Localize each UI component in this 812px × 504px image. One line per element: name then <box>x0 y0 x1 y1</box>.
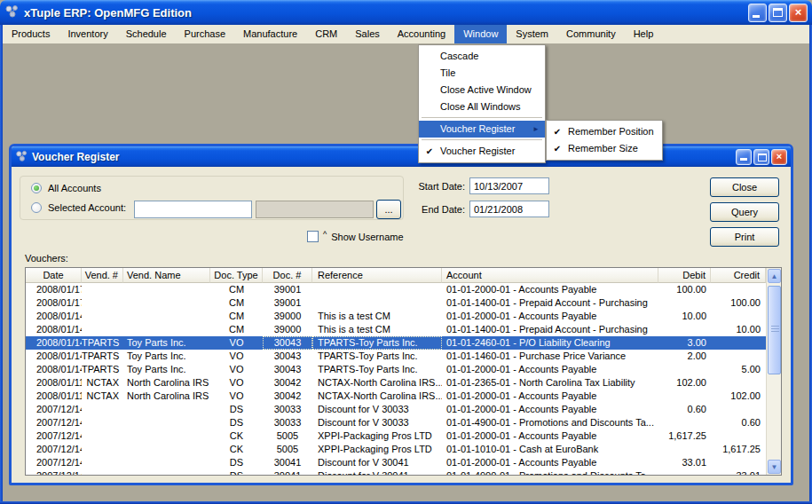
table-row[interactable]: 2008/01/14TPARTSToy Parts Inc.VO30043TPA… <box>26 336 766 350</box>
minimize-button[interactable] <box>748 4 767 22</box>
cell: This is a test CM <box>312 310 442 323</box>
all-accounts-radio[interactable] <box>31 183 42 193</box>
query-button[interactable]: Query <box>710 202 779 222</box>
cell: 5005 <box>263 443 312 456</box>
menu-item-label: Voucher Register <box>440 121 532 138</box>
maximize-button[interactable] <box>769 4 787 22</box>
window-menu-item-voucher-register[interactable]: ✔Voucher Register <box>419 143 545 160</box>
cell: 01-01-1460-01 - Purchase Price Variance <box>442 350 658 363</box>
column-header-debit[interactable]: Debit <box>658 268 711 283</box>
cell: 2008/01/11 <box>26 390 82 403</box>
table-row[interactable]: 2007/12/14DS30033Discount for V 3003301-… <box>26 416 766 429</box>
table-row[interactable]: 2008/01/17CM3900101-01-2000-01 - Account… <box>26 283 766 296</box>
table-row[interactable]: 2008/01/14CM39000This is a test CM01-01-… <box>26 323 766 336</box>
column-header-vend-name[interactable]: Vend. Name <box>123 268 210 283</box>
cell <box>123 323 210 336</box>
menu-window[interactable]: Window <box>454 25 507 43</box>
voucher-close-button[interactable]: × <box>771 149 787 165</box>
scrollbar-thumb[interactable] <box>768 286 781 374</box>
close-action-button[interactable]: Close <box>710 177 779 197</box>
table-row[interactable]: 2008/01/14TPARTSToy Parts Inc.VO30043TPA… <box>26 350 766 363</box>
cell: 2007/12/14 <box>26 469 82 476</box>
cell: VO <box>210 376 263 390</box>
cell: 1,617.25 <box>658 429 711 443</box>
voucher-window-icon <box>15 150 28 164</box>
table-row[interactable]: 2007/12/14CK5005XPPI-Packaging Pros LTD0… <box>26 443 766 456</box>
window-border-left <box>0 23 3 504</box>
window-menu-item-close-active-window[interactable]: Close Active Window <box>419 82 545 98</box>
window-menu: CascadeTileClose Active WindowClose All … <box>418 44 546 163</box>
print-button[interactable]: Print <box>710 227 779 247</box>
cell: Toy Parts Inc. <box>123 336 210 350</box>
voucher-minimize-button[interactable] <box>736 149 752 165</box>
column-header-credit[interactable]: Credit <box>711 268 766 283</box>
table-row[interactable]: 2007/12/14DS30041Discount for V 3004101-… <box>26 469 766 476</box>
submenu-item-remember-position[interactable]: ✔Remember Position <box>547 123 662 140</box>
table-row[interactable]: 2007/12/14DS30033Discount for V 3003301-… <box>26 403 766 416</box>
scroll-down-button[interactable]: ▼ <box>768 460 781 474</box>
table-row[interactable]: 2008/01/17CM3900101-01-1400-01 - Prepaid… <box>26 296 766 310</box>
table-row[interactable]: 2008/01/11NCTAXNorth Carolina IRSVO30042… <box>26 376 766 390</box>
menu-purchase[interactable]: Purchase <box>176 25 234 43</box>
menu-schedule[interactable]: Schedule <box>117 25 176 43</box>
column-header-doc[interactable]: Doc. # <box>263 268 312 283</box>
menu-sales[interactable]: Sales <box>346 25 389 43</box>
column-header-reference[interactable]: Reference <box>312 268 442 283</box>
cell <box>82 456 123 469</box>
column-header-date[interactable]: Date <box>26 268 82 283</box>
menu-system[interactable]: System <box>507 25 557 43</box>
table-row[interactable]: 2008/01/14CM39000This is a test CM01-01-… <box>26 310 766 323</box>
cell <box>123 456 210 469</box>
cell: 30041 <box>263 456 312 469</box>
close-icon: × <box>777 151 782 161</box>
main-titlebar[interactable]: xTuple ERP: OpenMFG Edition × <box>0 0 812 25</box>
show-username-label: Show Username <box>331 232 403 242</box>
table-row[interactable]: 2007/12/14DS30041Discount for V 3004101-… <box>26 456 766 469</box>
window-menu-item-tile[interactable]: Tile <box>419 65 545 82</box>
cell: VO <box>210 350 263 363</box>
menu-manufacture[interactable]: Manufacture <box>234 25 306 43</box>
cell: 2008/01/14 <box>26 323 82 336</box>
shortcut-caret: ^ <box>323 230 327 239</box>
close-button[interactable]: × <box>789 4 808 22</box>
cell: 30042 <box>263 390 312 403</box>
menu-products[interactable]: Products <box>3 25 59 43</box>
selected-account-radio[interactable] <box>31 202 42 213</box>
cell: 30033 <box>263 416 312 429</box>
end-date-input[interactable] <box>469 201 549 217</box>
window-menu-item-close-all-windows[interactable]: Close All Windows <box>419 98 545 115</box>
voucher-maximize-button[interactable] <box>753 149 769 165</box>
column-header-vend[interactable]: Vend. # <box>82 268 123 283</box>
menu-crm[interactable]: CRM <box>306 25 346 43</box>
cell: TPARTS <box>82 336 123 350</box>
cell: VO <box>210 336 263 350</box>
menu-separator <box>422 139 542 141</box>
start-date-label: Start Date: <box>393 177 465 195</box>
app-icon <box>4 4 19 20</box>
start-date-input[interactable] <box>469 177 549 194</box>
menu-help[interactable]: Help <box>625 25 663 43</box>
cell <box>82 429 123 443</box>
menu-accounting[interactable]: Accounting <box>389 25 454 43</box>
check-icon: ✔ <box>419 143 440 160</box>
window-menu-item-voucher-register[interactable]: Voucher Register► <box>419 121 545 138</box>
column-header-doc-type[interactable]: Doc. Type <box>210 268 263 283</box>
show-username-checkbox[interactable] <box>307 231 319 242</box>
table-row[interactable]: 2008/01/11NCTAXNorth Carolina IRSVO30042… <box>26 390 766 403</box>
column-header-account[interactable]: Account <box>442 268 658 283</box>
account-code-input[interactable] <box>134 201 252 218</box>
cell <box>312 296 442 310</box>
scroll-up-button[interactable]: ▲ <box>768 269 781 283</box>
table-row[interactable]: 2008/01/14TPARTSToy Parts Inc.VO30043TPA… <box>26 363 766 376</box>
menu-inventory[interactable]: Inventory <box>59 25 116 43</box>
menu-community[interactable]: Community <box>557 25 625 43</box>
table-row[interactable]: 2007/12/14CK5005XPPI-Packaging Pros LTD0… <box>26 429 766 443</box>
voucher-titlebar[interactable]: Voucher Register × <box>12 146 791 167</box>
window-menu-item-cascade[interactable]: Cascade <box>419 48 545 65</box>
submenu-item-remember-size[interactable]: ✔Remember Size <box>547 140 662 157</box>
cell: 0.60 <box>711 416 766 429</box>
cell <box>82 443 123 456</box>
cell <box>123 416 210 429</box>
vertical-scrollbar[interactable]: ▲ ▼ <box>766 268 781 475</box>
menu-item-label: Remember Size <box>568 140 662 157</box>
